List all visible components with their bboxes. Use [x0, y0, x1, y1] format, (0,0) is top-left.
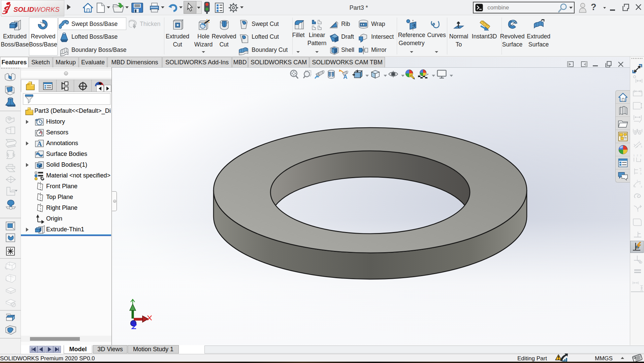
- svg-text:1: 1: [633, 154, 635, 157]
- svg-text:A: A: [37, 140, 42, 147]
- svg-text:3: 3: [640, 172, 642, 175]
- svg-text:SOLID: SOLID: [13, 6, 34, 13]
- svg-text:3: 3: [641, 185, 642, 188]
- svg-text:2: 2: [640, 169, 642, 172]
- svg-text:2: 2: [637, 154, 638, 157]
- svg-text:3: 3: [640, 154, 642, 157]
- svg-text:3: 3: [641, 145, 642, 148]
- svg-text:WORKS: WORKS: [34, 6, 60, 13]
- svg-text:2: 2: [639, 182, 641, 185]
- svg-text:A: A: [343, 74, 347, 79]
- svg-text:1: 1: [637, 179, 638, 182]
